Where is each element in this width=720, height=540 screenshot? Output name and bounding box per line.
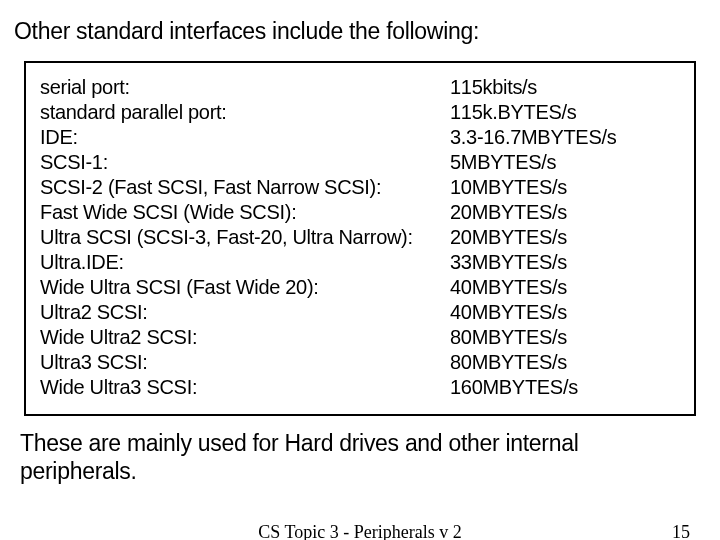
table-row: 3.3-16.7MBYTES/s	[450, 125, 680, 150]
slide-note: These are mainly used for Hard drives an…	[0, 416, 720, 485]
table-row: 115k.BYTES/s	[450, 100, 680, 125]
table-row: 33MBYTES/s	[450, 250, 680, 275]
footer-title: CS Topic 3 - Peripherals v 2	[258, 522, 461, 540]
interface-table: serial port: standard parallel port: IDE…	[24, 61, 696, 416]
table-row: IDE:	[40, 125, 450, 150]
table-row: standard parallel port:	[40, 100, 450, 125]
table-row: Wide Ultra3 SCSI:	[40, 375, 450, 400]
table-row: 40MBYTES/s	[450, 300, 680, 325]
table-row: 80MBYTES/s	[450, 325, 680, 350]
table-row: 80MBYTES/s	[450, 350, 680, 375]
table-row: 20MBYTES/s	[450, 225, 680, 250]
table-row: Wide Ultra SCSI (Fast Wide 20):	[40, 275, 450, 300]
page-number: 15	[672, 522, 690, 540]
interface-rates-column: 115kbits/s 115k.BYTES/s 3.3-16.7MBYTES/s…	[450, 75, 680, 400]
slide-heading: Other standard interfaces include the fo…	[0, 0, 720, 45]
table-row: Wide Ultra2 SCSI:	[40, 325, 450, 350]
table-row: 10MBYTES/s	[450, 175, 680, 200]
table-row: Ultra SCSI (SCSI-3, Fast-20, Ultra Narro…	[40, 225, 450, 250]
table-row: serial port:	[40, 75, 450, 100]
table-row: 160MBYTES/s	[450, 375, 680, 400]
table-row: Fast Wide SCSI (Wide SCSI):	[40, 200, 450, 225]
table-row: SCSI-1:	[40, 150, 450, 175]
table-row: Ultra2 SCSI:	[40, 300, 450, 325]
table-row: 40MBYTES/s	[450, 275, 680, 300]
interface-names-column: serial port: standard parallel port: IDE…	[40, 75, 450, 400]
table-row: Ultra.IDE:	[40, 250, 450, 275]
table-row: SCSI-2 (Fast SCSI, Fast Narrow SCSI):	[40, 175, 450, 200]
table-row: 20MBYTES/s	[450, 200, 680, 225]
table-row: 5MBYTES/s	[450, 150, 680, 175]
table-row: 115kbits/s	[450, 75, 680, 100]
table-row: Ultra3 SCSI:	[40, 350, 450, 375]
